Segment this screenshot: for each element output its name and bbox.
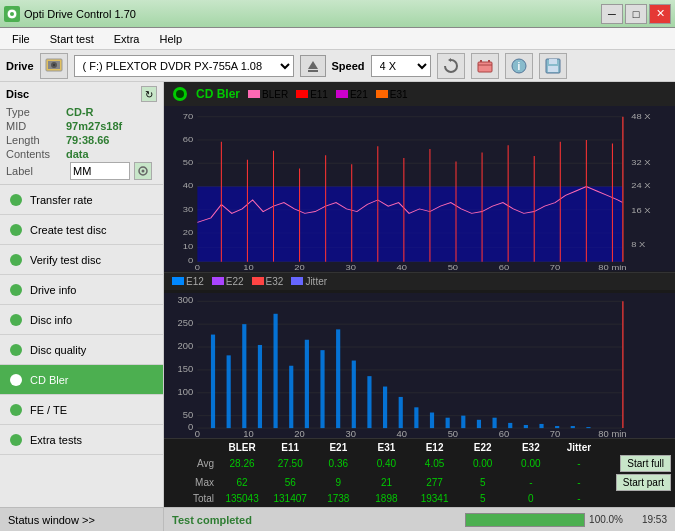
start-part-button[interactable]: Start part [616,474,671,491]
progress-area: 100.0% 19:53 [465,513,675,527]
fe-te-icon [8,402,24,418]
total-label: Total [168,493,218,504]
length-key: Length [6,134,66,146]
disc-quality-icon [8,342,24,358]
svg-text:70: 70 [550,262,561,271]
label-input[interactable] [70,162,130,180]
sidebar-label-fe-te: FE / TE [30,404,67,416]
sidebar-item-cd-bler[interactable]: CD Bler [0,365,163,395]
menu-start-test[interactable]: Start test [42,31,102,47]
avg-e32: 0.00 [507,458,555,469]
menu-file[interactable]: File [4,31,38,47]
svg-text:10: 10 [243,262,254,271]
svg-rect-107 [539,423,543,427]
svg-text:40: 40 [397,429,407,438]
svg-text:10: 10 [183,242,194,251]
sidebar-label-disc-quality: Disc quality [30,344,86,356]
start-part-container: Start part [603,474,671,491]
total-e12: 19341 [411,493,459,504]
sidebar-item-fe-te[interactable]: FE / TE [0,395,163,425]
table-total-row: Total 135043 131407 1738 1898 19341 5 0 … [164,492,675,505]
eject-button[interactable] [300,55,326,77]
svg-marker-8 [448,58,451,62]
legend-jitter: Jitter [291,276,327,287]
legend-e32: E32 [252,276,284,287]
start-full-button[interactable]: Start full [620,455,671,472]
col-e31: E31 [362,442,410,453]
max-e31: 21 [362,477,410,488]
close-button[interactable]: ✕ [649,4,671,24]
create-test-disc-icon [8,222,24,238]
svg-rect-87 [227,355,231,428]
avg-jitter: - [555,458,603,469]
sidebar-item-create-test-disc[interactable]: Create test disc [0,215,163,245]
statusbar: Status window >> Test completed 100.0% 1… [0,507,675,531]
drive-select[interactable]: ( F:) PLEXTOR DVDR PX-755A 1.08 [74,55,294,77]
maximize-button[interactable]: □ [625,4,647,24]
svg-rect-109 [571,426,575,428]
svg-text:50: 50 [448,262,459,271]
type-key: Type [6,106,66,118]
svg-rect-101 [446,417,450,427]
legend-e21: E21 [336,89,368,100]
svg-text:30: 30 [345,262,356,271]
avg-e22: 0.00 [459,458,507,469]
label-key: Label [6,165,66,177]
svg-rect-96 [367,376,371,428]
sidebar-item-extra-tests[interactable]: Extra tests [0,425,163,455]
svg-text:10: 10 [243,429,253,438]
drive-icon-btn[interactable] [40,53,68,79]
total-bler: 135043 [218,493,266,504]
speed-select[interactable]: 4 X 8 X 16 X Max [371,55,431,77]
sidebar-label-verify-test-disc: Verify test disc [30,254,101,266]
legend-e22: E22 [212,276,244,287]
svg-text:70: 70 [183,111,194,120]
svg-text:30: 30 [345,429,355,438]
svg-text:0: 0 [195,262,200,271]
col-empty [168,442,218,453]
svg-point-21 [176,90,184,98]
svg-rect-89 [258,344,262,427]
svg-text:40: 40 [183,181,194,190]
erase-button[interactable] [471,53,499,79]
svg-text:40: 40 [397,262,408,271]
sidebar-label-disc-info: Disc info [30,314,72,326]
svg-rect-104 [493,417,497,427]
minimize-button[interactable]: ─ [601,4,623,24]
save-button[interactable] [539,53,567,79]
bottom-chart: E12 E22 E32 Jitter 300 250 [164,273,675,439]
e22-legend-color [212,277,224,285]
table-header-row: BLER E11 E21 E31 E12 E22 E32 Jitter [164,441,675,454]
sidebar-item-disc-info[interactable]: Disc info [0,305,163,335]
menu-help[interactable]: Help [151,31,190,47]
menu-extra[interactable]: Extra [106,31,148,47]
top-chart: 70 60 50 40 30 20 10 0 [164,106,675,273]
svg-rect-9 [478,62,492,72]
svg-rect-93 [320,350,324,428]
svg-text:100: 100 [178,386,194,396]
svg-text:60: 60 [499,262,510,271]
titlebar: Opti Drive Control 1.70 ─ □ ✕ [0,0,675,28]
sidebar-item-verify-test-disc[interactable]: Verify test disc [0,245,163,275]
cd-bler-icon [8,372,24,388]
app-icon [4,6,20,22]
info-button[interactable]: i [505,53,533,79]
sidebar-item-disc-quality[interactable]: Disc quality [0,335,163,365]
svg-text:0: 0 [195,429,200,438]
svg-text:20: 20 [294,429,304,438]
disc-refresh-button[interactable]: ↻ [141,86,157,102]
speed-refresh-button[interactable] [437,53,465,79]
col-bler: BLER [218,442,266,453]
sidebar-item-transfer-rate[interactable]: Transfer rate [0,185,163,215]
label-settings-button[interactable] [134,162,152,180]
legend-e12: E12 [172,276,204,287]
avg-e31: 0.40 [362,458,410,469]
sidebar-item-drive-info[interactable]: Drive info [0,275,163,305]
svg-text:20: 20 [294,262,305,271]
svg-rect-105 [508,422,512,427]
bottom-legend: E12 E22 E32 Jitter [164,273,675,290]
col-e32: E32 [507,442,555,453]
svg-rect-71 [164,293,675,439]
status-window-button[interactable]: Status window >> [0,508,164,532]
app-title: Opti Drive Control 1.70 [24,8,136,20]
